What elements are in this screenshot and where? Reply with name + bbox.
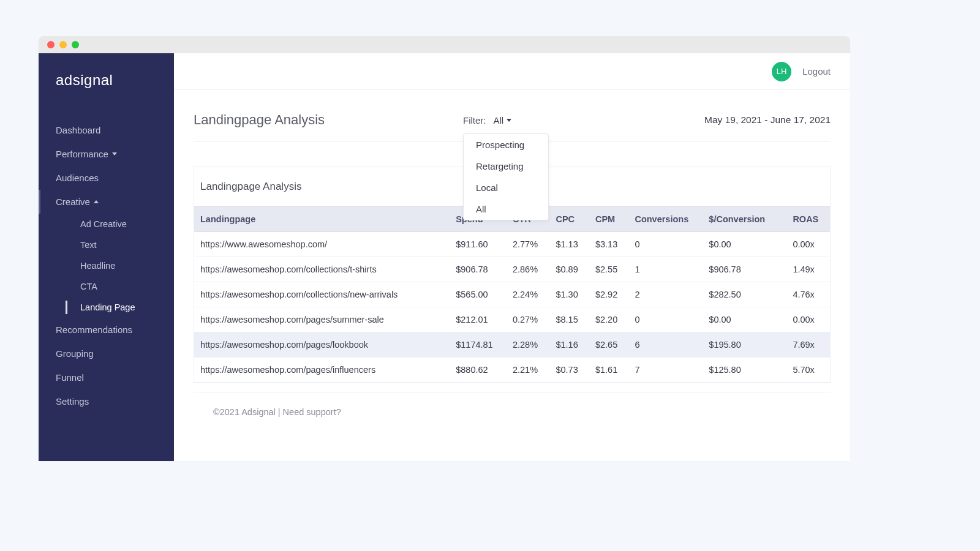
cell-landingpage: https://awesomeshop.com/collections/new-… bbox=[194, 282, 450, 307]
sidebar-label: Performance bbox=[56, 149, 108, 159]
cell-dollar-per-conversion: $906.78 bbox=[703, 257, 786, 282]
col-roas[interactable]: ROAS bbox=[786, 207, 830, 232]
browser-window: adsignal Dashboard Performance Audiences… bbox=[39, 36, 850, 461]
sidebar-item-creative[interactable]: Creative bbox=[39, 190, 174, 214]
filter-option-all[interactable]: All bbox=[464, 198, 548, 220]
landingpage-table: Landingpage Spend CTR CPC CPM Conversion… bbox=[194, 206, 830, 383]
sidebar-label: Ad Creative bbox=[80, 219, 127, 229]
cell-roas: 0.00x bbox=[786, 307, 830, 332]
cell-spend: $565.00 bbox=[450, 282, 507, 307]
cell-spend: $911.60 bbox=[450, 232, 507, 257]
brand-logo: adsignal bbox=[39, 53, 174, 118]
cell-conversions: 1 bbox=[628, 257, 703, 282]
cell-dollar-per-conversion: $0.00 bbox=[703, 307, 786, 332]
sidebar-label: Settings bbox=[56, 396, 89, 407]
cell-ctr: 2.21% bbox=[507, 358, 550, 383]
filter-label: Filter: bbox=[463, 115, 486, 126]
cell-landingpage: https://awesomeshop.com/pages/influencer… bbox=[194, 358, 450, 383]
filter-dropdown-menu: Prospecting Retargeting Local All bbox=[463, 133, 549, 220]
cell-dollar-per-conversion: $195.80 bbox=[703, 332, 786, 358]
cell-landingpage: https://awesomeshop.com/pages/summer-sal… bbox=[194, 307, 450, 332]
sidebar-label: Audiences bbox=[56, 173, 99, 183]
sidebar-sub-ad-creative[interactable]: Ad Creative bbox=[39, 214, 174, 234]
col-cpm[interactable]: CPM bbox=[589, 207, 628, 232]
sidebar-sub-cta[interactable]: CTA bbox=[39, 276, 174, 297]
sidebar-item-settings[interactable]: Settings bbox=[39, 389, 174, 413]
cell-cpm: $1.61 bbox=[589, 358, 628, 383]
cell-dollar-per-conversion: $0.00 bbox=[703, 232, 786, 257]
page-header: Landingpage Analysis Filter: All Prospec… bbox=[194, 112, 831, 142]
col-landingpage[interactable]: Landingpage bbox=[194, 207, 450, 232]
cell-spend: $880.62 bbox=[450, 358, 507, 383]
cell-ctr: 2.77% bbox=[507, 232, 550, 257]
cell-roas: 1.49x bbox=[786, 257, 830, 282]
main-content: LH Logout Landingpage Analysis Filter: A… bbox=[174, 53, 850, 461]
filter-option-prospecting[interactable]: Prospecting bbox=[464, 134, 548, 156]
maximize-window-icon[interactable] bbox=[72, 41, 79, 48]
cell-roas: 7.69x bbox=[786, 332, 830, 358]
cell-ctr: 0.27% bbox=[507, 307, 550, 332]
sidebar-item-dashboard[interactable]: Dashboard bbox=[39, 118, 174, 142]
cell-conversions: 2 bbox=[628, 282, 703, 307]
sidebar-label: Grouping bbox=[56, 348, 94, 359]
cell-cpm: $3.13 bbox=[589, 232, 628, 257]
sidebar-label: Creative bbox=[56, 197, 90, 207]
chevron-down-icon bbox=[112, 152, 117, 156]
sidebar-label: Landing Page bbox=[80, 302, 135, 312]
table-row[interactable]: https://awesomeshop.com/pages/summer-sal… bbox=[194, 307, 830, 332]
cell-cpc: $0.89 bbox=[549, 257, 589, 282]
cell-cpm: $2.55 bbox=[589, 257, 628, 282]
col-conversions[interactable]: Conversions bbox=[628, 207, 703, 232]
cell-roas: 4.76x bbox=[786, 282, 830, 307]
sidebar-item-recommendations[interactable]: Recommendations bbox=[39, 318, 174, 342]
cell-cpm: $2.20 bbox=[589, 307, 628, 332]
cell-spend: $1174.81 bbox=[450, 332, 507, 358]
sidebar-label: Funnel bbox=[56, 372, 84, 383]
cell-conversions: 0 bbox=[628, 307, 703, 332]
col-cpc[interactable]: CPC bbox=[549, 207, 589, 232]
sidebar-label: Dashboard bbox=[56, 125, 100, 135]
sidebar-item-funnel[interactable]: Funnel bbox=[39, 365, 174, 389]
cell-cpc: $1.30 bbox=[549, 282, 589, 307]
cell-spend: $906.78 bbox=[450, 257, 507, 282]
cell-ctr: 2.86% bbox=[507, 257, 550, 282]
table-row[interactable]: https://awesomeshop.com/pages/lookbook$1… bbox=[194, 332, 830, 358]
sidebar: adsignal Dashboard Performance Audiences… bbox=[39, 53, 174, 461]
page-title: Landingpage Analysis bbox=[194, 112, 463, 128]
sidebar-sub-headline[interactable]: Headline bbox=[39, 255, 174, 276]
sidebar-sub-text[interactable]: Text bbox=[39, 234, 174, 255]
cell-cpc: $1.16 bbox=[549, 332, 589, 358]
footer: ©2021 Adsignal | Need support? bbox=[194, 392, 831, 432]
sidebar-item-performance[interactable]: Performance bbox=[39, 142, 174, 166]
table-row[interactable]: https://www.awesomeshop.com/$911.602.77%… bbox=[194, 232, 830, 257]
cell-ctr: 2.24% bbox=[507, 282, 550, 307]
sidebar-label: Recommendations bbox=[56, 324, 132, 335]
minimize-window-icon[interactable] bbox=[59, 41, 67, 48]
cell-landingpage: https://www.awesomeshop.com/ bbox=[194, 232, 450, 257]
close-window-icon[interactable] bbox=[47, 41, 55, 48]
avatar[interactable]: LH bbox=[772, 62, 791, 81]
cell-cpc: $1.13 bbox=[549, 232, 589, 257]
cell-landingpage: https://awesomeshop.com/collections/t-sh… bbox=[194, 257, 450, 282]
filter-option-retargeting[interactable]: Retargeting bbox=[464, 156, 548, 177]
cell-cpm: $2.92 bbox=[589, 282, 628, 307]
filter-option-local[interactable]: Local bbox=[464, 177, 548, 198]
cell-ctr: 2.28% bbox=[507, 332, 550, 358]
sidebar-item-audiences[interactable]: Audiences bbox=[39, 166, 174, 190]
logout-link[interactable]: Logout bbox=[802, 66, 831, 77]
filter-dropdown-toggle[interactable]: All bbox=[494, 115, 512, 126]
table-row[interactable]: https://awesomeshop.com/pages/influencer… bbox=[194, 358, 830, 383]
sidebar-item-grouping[interactable]: Grouping bbox=[39, 342, 174, 365]
cell-landingpage: https://awesomeshop.com/pages/lookbook bbox=[194, 332, 450, 358]
date-range-picker[interactable]: May 19, 2021 - June 17, 2021 bbox=[704, 114, 831, 126]
cell-conversions: 0 bbox=[628, 232, 703, 257]
topbar: LH Logout bbox=[174, 53, 850, 90]
cell-roas: 0.00x bbox=[786, 232, 830, 257]
table-row[interactable]: https://awesomeshop.com/collections/new-… bbox=[194, 282, 830, 307]
chevron-up-icon bbox=[94, 200, 99, 203]
sidebar-sub-landing-page[interactable]: Landing Page bbox=[39, 297, 174, 318]
cell-dollar-per-conversion: $282.50 bbox=[703, 282, 786, 307]
col-dollar-per-conversion[interactable]: $/Conversion bbox=[703, 207, 786, 232]
filter-control: Filter: All Prospecting Retargeting Loca… bbox=[463, 115, 511, 126]
table-row[interactable]: https://awesomeshop.com/collections/t-sh… bbox=[194, 257, 830, 282]
